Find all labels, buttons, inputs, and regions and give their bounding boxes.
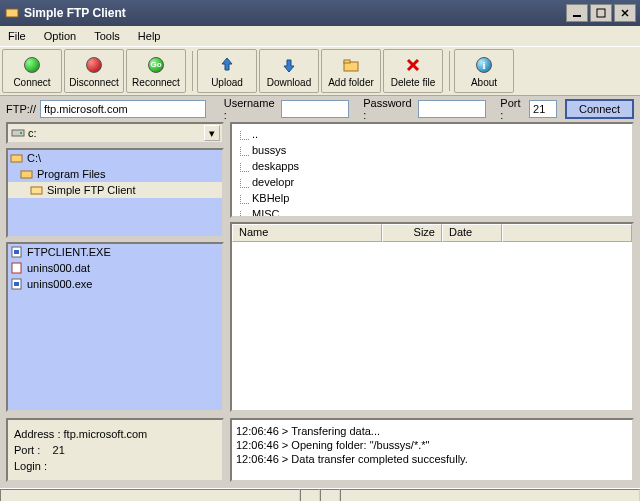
file-item[interactable]: unins000.dat (8, 260, 222, 276)
upload-button[interactable]: Upload (197, 49, 257, 93)
folder-item[interactable]: Program Files (8, 166, 222, 182)
file-item[interactable]: FTPCLIENT.EXE (8, 244, 222, 260)
log-panel[interactable]: 12:06:46 > Transfering data... 12:06:46 … (230, 418, 634, 482)
addfolder-button[interactable]: Add folder (321, 49, 381, 93)
status-cell (340, 489, 640, 501)
remote-folder-list[interactable]: .. bussys deskapps developr KBHelp MISC (230, 122, 634, 218)
app-icon (4, 5, 20, 21)
connect-icon (22, 55, 42, 75)
svg-rect-15 (31, 187, 42, 194)
close-button[interactable] (614, 4, 636, 22)
disconnect-icon (84, 55, 104, 75)
deletefile-button[interactable]: Delete file (383, 49, 443, 93)
connect-button[interactable]: Connect (2, 49, 62, 93)
svg-rect-11 (12, 130, 24, 136)
info-address: ftp.microsoft.com (64, 428, 148, 440)
svg-rect-13 (11, 155, 22, 162)
log-line: 12:06:46 > Data transfer completed succe… (236, 452, 628, 466)
status-cell (320, 489, 340, 501)
status-cell (0, 489, 300, 501)
table-header: Name Size Date (232, 224, 632, 242)
reconnect-icon: Go (146, 55, 166, 75)
about-icon: i (474, 55, 494, 75)
folder-item-selected[interactable]: Simple FTP Client (8, 182, 222, 198)
toolbar: Connect Disconnect Go Reconnect Upload D… (0, 46, 640, 96)
col-blank (502, 224, 632, 242)
local-folder-tree[interactable]: C:\ Program Files Simple FTP Client (6, 148, 224, 238)
col-size[interactable]: Size (382, 224, 442, 242)
ftp-label: FTP:// (6, 103, 36, 115)
upload-icon (217, 55, 237, 75)
info-port-label: Port : (14, 444, 40, 456)
statusbar (0, 488, 640, 501)
svg-marker-5 (222, 58, 232, 70)
local-file-list[interactable]: FTPCLIENT.EXE unins000.dat unins000.exe (6, 242, 224, 412)
file-item[interactable]: unins000.exe (8, 276, 222, 292)
remote-folder[interactable]: developr (236, 176, 628, 192)
svg-rect-0 (6, 9, 18, 17)
host-input[interactable] (40, 100, 206, 118)
remote-up[interactable]: .. (236, 128, 628, 144)
log-line: 12:06:46 > Opening folder: "/bussys/*.*" (236, 438, 628, 452)
chevron-down-icon[interactable]: ▾ (204, 125, 220, 141)
drive-select[interactable]: c: ▾ (6, 122, 224, 144)
svg-rect-2 (597, 9, 605, 17)
username-input[interactable] (281, 100, 349, 118)
about-button[interactable]: i About (454, 49, 514, 93)
minimize-button[interactable] (566, 4, 588, 22)
password-label: Password : (363, 97, 414, 121)
password-input[interactable] (418, 100, 486, 118)
reconnect-button[interactable]: Go Reconnect (126, 49, 186, 93)
folder-item[interactable]: C:\ (8, 150, 222, 166)
svg-rect-8 (344, 60, 350, 63)
svg-rect-17 (14, 250, 19, 254)
maximize-button[interactable] (590, 4, 612, 22)
info-panel: Address : ftp.microsoft.com Port : 21 Lo… (6, 418, 224, 482)
remote-folder[interactable]: KBHelp (236, 192, 628, 208)
username-label: Username : (224, 97, 277, 121)
port-input[interactable] (529, 100, 557, 118)
download-icon (279, 55, 299, 75)
col-name[interactable]: Name (232, 224, 382, 242)
info-port: 21 (53, 444, 65, 456)
menu-file[interactable]: File (4, 28, 30, 44)
remote-folder[interactable]: MISC (236, 208, 628, 218)
addfolder-icon (341, 55, 361, 75)
remote-folder[interactable]: bussys (236, 144, 628, 160)
menubar: File Option Tools Help (0, 26, 640, 46)
svg-rect-1 (573, 15, 581, 17)
port-label: Port : (500, 97, 525, 121)
remote-folder[interactable]: deskapps (236, 160, 628, 176)
drive-label: c: (28, 127, 37, 139)
svg-rect-14 (21, 171, 32, 178)
svg-marker-6 (284, 60, 294, 72)
deletefile-icon (403, 55, 423, 75)
connection-row: FTP:// Username : Password : Port : Conn… (0, 96, 640, 122)
menu-tools[interactable]: Tools (90, 28, 124, 44)
col-date[interactable]: Date (442, 224, 502, 242)
info-address-label: Address : (14, 428, 60, 440)
window-title: Simple FTP Client (24, 6, 564, 20)
connect-submit-button[interactable]: Connect (565, 99, 634, 119)
svg-rect-12 (20, 132, 22, 134)
svg-rect-18 (12, 263, 21, 273)
disconnect-button[interactable]: Disconnect (64, 49, 124, 93)
info-login-label: Login : (14, 460, 47, 472)
drive-icon (11, 127, 25, 139)
titlebar: Simple FTP Client (0, 0, 640, 26)
log-line: 12:06:46 > Transfering data... (236, 424, 628, 438)
download-button[interactable]: Download (259, 49, 319, 93)
svg-rect-20 (14, 282, 19, 286)
status-cell (300, 489, 320, 501)
remote-file-table[interactable]: Name Size Date (230, 222, 634, 412)
menu-help[interactable]: Help (134, 28, 165, 44)
menu-option[interactable]: Option (40, 28, 80, 44)
